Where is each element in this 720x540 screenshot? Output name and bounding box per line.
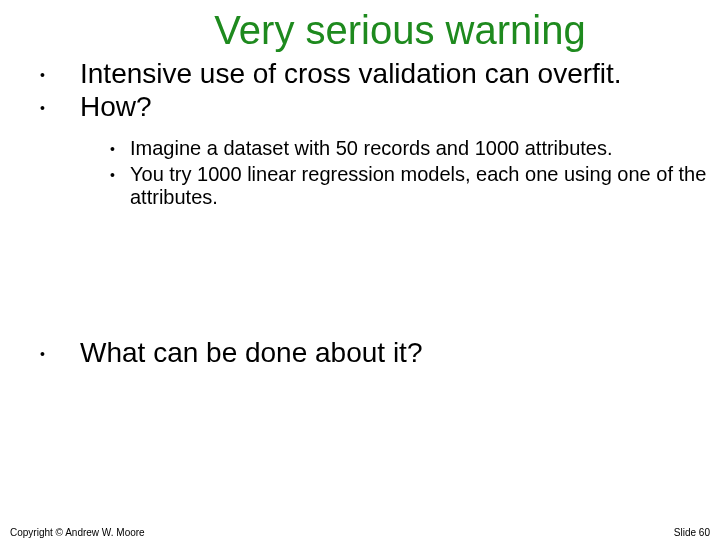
footer-slide-number: Slide 60: [674, 527, 710, 538]
sub-bullet-list: Imagine a dataset with 50 records and 10…: [80, 137, 720, 210]
main-bullet-list: Intensive use of cross validation can ov…: [0, 57, 720, 123]
main-bullet-list-2: What can be done about it?: [0, 336, 720, 369]
slide: Very serious warning Intensive use of cr…: [0, 8, 720, 540]
bullet-item: What can be done about it?: [0, 336, 720, 369]
sub-bullet-item: You try 1000 linear regression models, e…: [80, 163, 720, 210]
bullet-item: Intensive use of cross validation can ov…: [0, 57, 720, 90]
bullet-item: How?: [0, 90, 720, 123]
footer-copyright: Copyright © Andrew W. Moore: [10, 527, 145, 538]
sub-bullet-item: Imagine a dataset with 50 records and 10…: [80, 137, 720, 161]
spacer: [0, 212, 720, 332]
slide-title: Very serious warning: [80, 8, 720, 53]
